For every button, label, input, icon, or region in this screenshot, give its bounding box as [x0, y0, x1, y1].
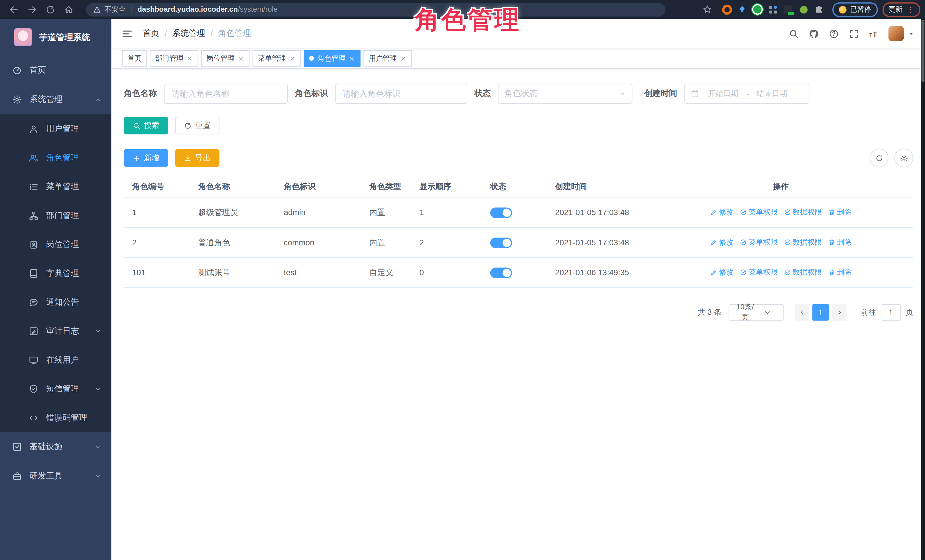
browser-home-icon[interactable] — [64, 5, 74, 15]
prev-page-button[interactable] — [795, 304, 809, 321]
role-status-toggle[interactable] — [490, 207, 512, 218]
navbar: 首页 / 系统管理 / 角色管理 TT — [112, 19, 925, 48]
close-icon[interactable] — [289, 55, 295, 62]
sidebar-item-dict[interactable]: 字典管理 — [0, 259, 111, 288]
row-action-menu-perm[interactable]: 菜单权限 — [740, 207, 778, 217]
bookmark-star-icon[interactable] — [703, 5, 712, 14]
sidebar-item-system[interactable]: 系统管理 — [0, 85, 111, 114]
add-button[interactable]: 新增 — [124, 149, 168, 167]
refresh-table-button[interactable] — [869, 149, 888, 168]
column-header: 角色名称 — [190, 176, 276, 198]
sidebar-item-sms[interactable]: 短信管理 — [0, 374, 111, 403]
extension-icon-grid[interactable] — [767, 4, 778, 15]
sidebar-item-audit-log[interactable]: 审计日志 — [0, 317, 111, 345]
sidebar-item-label: 研发工具 — [29, 471, 62, 482]
column-settings-button[interactable] — [894, 149, 913, 168]
chevron-down-icon — [94, 473, 101, 480]
browser-update-button[interactable]: 更新 ⋮ — [883, 2, 920, 17]
extension-icon-ring[interactable] — [722, 4, 732, 15]
sidebar-item-dept[interactable]: 部门管理 — [0, 201, 111, 230]
browser-menu-dots-icon[interactable]: ⋮ — [907, 6, 914, 14]
row-action-menu-perm[interactable]: 菜单权限 — [740, 237, 778, 247]
tab-role[interactable]: 角色管理 — [304, 50, 361, 67]
sidebar-item-menu[interactable]: 菜单管理 — [0, 172, 111, 201]
row-action-edit[interactable]: 修改 — [710, 207, 734, 217]
row-action-menu-perm[interactable]: 菜单权限 — [740, 267, 778, 278]
row-action-data-perm[interactable]: 数据权限 — [783, 207, 822, 217]
close-icon[interactable] — [349, 55, 355, 62]
sidebar-item-label: 首页 — [29, 65, 46, 75]
close-icon[interactable] — [238, 55, 244, 62]
circle-check-icon — [740, 269, 747, 276]
extension-icon-leaf[interactable] — [798, 4, 809, 15]
hamburger-icon[interactable] — [121, 28, 133, 39]
sidebar-item-error-code[interactable]: 错误码管理 — [0, 403, 111, 432]
tab-dept[interactable]: 部门管理 — [150, 50, 198, 67]
tab-post[interactable]: 岗位管理 — [201, 50, 250, 67]
sidebar-item-post[interactable]: 岗位管理 — [0, 230, 111, 259]
row-action-data-perm[interactable]: 数据权限 — [783, 237, 822, 247]
github-icon[interactable] — [809, 29, 819, 39]
badge-icon — [29, 240, 38, 249]
row-action-delete[interactable]: 删除 — [828, 207, 852, 217]
end-date-placeholder[interactable]: 结束日期 — [752, 88, 791, 99]
row-action-edit[interactable]: 修改 — [710, 237, 734, 247]
role-ident-input[interactable] — [335, 84, 467, 104]
extension-icon-dark-on[interactable] — [783, 4, 793, 15]
security-warning-icon — [93, 6, 101, 14]
create-time-range-picker[interactable]: 开始日期 - 结束日期 — [684, 84, 809, 104]
sidebar-logo-row[interactable]: 芋道管理系统 — [0, 19, 111, 55]
close-icon[interactable] — [400, 55, 407, 62]
role-status-toggle[interactable] — [490, 237, 512, 248]
book-icon — [29, 269, 38, 278]
page-scrollbar[interactable] — [921, 19, 925, 560]
start-date-placeholder[interactable]: 开始日期 — [704, 88, 743, 99]
sidebar-item-role[interactable]: 角色管理 — [0, 143, 111, 172]
user-avatar[interactable] — [889, 26, 904, 41]
row-action-edit[interactable]: 修改 — [710, 267, 734, 278]
sidebar-item-notice[interactable]: 通知公告 — [0, 288, 111, 317]
browser-reload-icon[interactable] — [45, 5, 55, 15]
extensions-puzzle-icon[interactable] — [814, 4, 824, 15]
address-bar[interactable]: 不安全 dashboard.yudao.iocoder.cn/system/ro… — [86, 3, 665, 16]
scrollbar-thumb[interactable] — [922, 20, 924, 82]
search-icon[interactable] — [789, 29, 799, 39]
row-action-delete[interactable]: 删除 — [828, 237, 852, 247]
role-name-input[interactable] — [164, 84, 288, 104]
search-button[interactable]: 搜索 — [124, 117, 168, 134]
status-select[interactable]: 角色状态 — [498, 84, 633, 104]
security-label[interactable]: 不安全 — [104, 5, 126, 15]
row-action-data-perm[interactable]: 数据权限 — [783, 267, 822, 278]
goto-page-input[interactable] — [881, 304, 901, 321]
close-icon[interactable] — [187, 55, 193, 62]
sidebar-item-home[interactable]: 首页 — [0, 56, 111, 85]
fullscreen-icon[interactable] — [849, 29, 859, 39]
column-header: 角色类型 — [361, 176, 411, 198]
breadcrumb-home[interactable]: 首页 — [143, 28, 159, 39]
role-status-toggle[interactable] — [490, 267, 512, 278]
profile-paused-chip[interactable]: 已暂停 — [832, 2, 878, 17]
page-number-button[interactable]: 1 — [812, 304, 829, 321]
next-page-button[interactable] — [832, 304, 847, 321]
sidebar-item-user[interactable]: 用户管理 — [0, 114, 111, 143]
pagination-total: 共 3 条 — [698, 307, 722, 318]
breadcrumb-system[interactable]: 系统管理 — [172, 28, 205, 39]
export-button[interactable]: 导出 — [175, 149, 220, 167]
sidebar-item-online-user[interactable]: 在线用户 — [0, 345, 111, 374]
avatar-caret-down-icon[interactable] — [908, 30, 914, 37]
sidebar-item-dev-tools[interactable]: 研发工具 — [0, 461, 111, 491]
tab-user[interactable]: 用户管理 — [363, 50, 412, 67]
tab-home[interactable]: 首页 — [122, 50, 147, 67]
row-action-delete[interactable]: 删除 — [828, 267, 852, 278]
reset-button[interactable]: 重置 — [175, 117, 220, 134]
browser-back-icon[interactable] — [9, 5, 19, 15]
page-size-select[interactable]: 10条/页 — [729, 304, 784, 321]
font-size-icon[interactable]: TT — [869, 29, 879, 39]
extension-icon-gem[interactable] — [737, 4, 747, 15]
extension-icon-green[interactable] — [752, 4, 763, 15]
tags-view-bar: 首页部门管理岗位管理菜单管理角色管理用户管理 — [112, 48, 925, 69]
sidebar-item-infra[interactable]: 基础设施 — [0, 432, 111, 461]
tab-menu[interactable]: 菜单管理 — [253, 50, 301, 67]
help-icon[interactable] — [829, 29, 839, 39]
browser-forward-icon[interactable] — [27, 5, 37, 15]
